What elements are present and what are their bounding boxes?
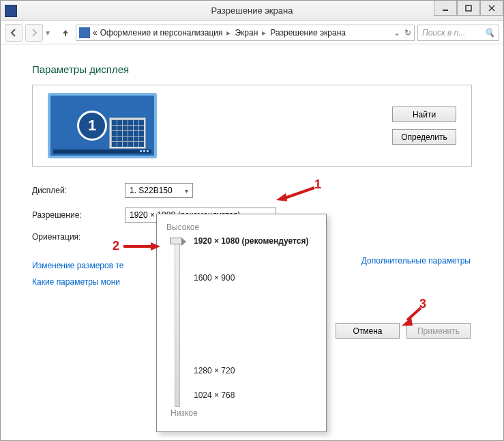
history-dropdown-button[interactable]: ▾	[46, 28, 55, 38]
address-bar[interactable]: « Оформление и персонализация ▸ Экран ▸ …	[76, 25, 415, 41]
detect-button[interactable]: Определить	[392, 129, 456, 145]
slider-track	[175, 240, 180, 407]
breadcrumb-item[interactable]: Оформление и персонализация	[100, 28, 223, 38]
window-title: Разрешение экрана	[1, 5, 503, 16]
search-placeholder: Поиск в п...	[422, 28, 465, 38]
chevron-right-icon: ▸	[261, 28, 267, 38]
chevron-right-icon: ▸	[225, 28, 232, 38]
svg-line-8	[407, 308, 421, 320]
dropdown-high-label: Высокое	[166, 223, 316, 232]
window-controls	[434, 1, 503, 16]
breadcrumb-item[interactable]: Экран	[235, 28, 258, 38]
search-input[interactable]: Поиск в п... 🔍	[417, 25, 499, 41]
advanced-params-link[interactable]: Дополнительные параметры	[361, 256, 471, 266]
folder-icon	[79, 27, 90, 38]
address-dropdown-icon[interactable]: ⌄	[394, 28, 400, 38]
monitor-app-icon	[109, 117, 146, 149]
slider-thumb[interactable]	[170, 238, 182, 244]
search-icon: 🔍	[484, 28, 494, 38]
up-button[interactable]	[58, 25, 73, 40]
orientation-label: Ориентация:	[32, 232, 125, 242]
svg-marker-7	[151, 242, 160, 251]
resolution-label: Разрешение:	[32, 210, 125, 220]
display-label: Дисплей:	[32, 186, 125, 195]
content-area: Параметры дисплея 1 Найти Определить Дис…	[1, 44, 503, 440]
annotation-arrow-2	[122, 241, 160, 252]
svg-rect-1	[466, 5, 471, 11]
monitor-preview[interactable]: 1	[48, 93, 157, 158]
annotation-number-1: 1	[314, 177, 321, 192]
close-button[interactable]	[480, 1, 503, 16]
breadcrumb-prefix: «	[93, 28, 98, 38]
resolution-dropdown-popup: Высокое 1920 × 1080 (рекомендуется) 1600…	[156, 214, 327, 432]
forward-button[interactable]	[25, 24, 43, 42]
svg-line-4	[283, 188, 314, 199]
dropdown-low-label: Низкое	[171, 408, 316, 418]
back-button[interactable]	[5, 24, 23, 42]
resize-text-link[interactable]: Изменение размеров те	[32, 261, 123, 270]
monitor-number: 1	[77, 111, 107, 141]
app-icon	[5, 5, 17, 17]
resolution-slider[interactable]: 1920 × 1080 (рекомендуется) 1600 × 900 1…	[171, 238, 316, 408]
display-select-value: 1. S22B150	[130, 186, 173, 195]
chevron-down-icon: ▾	[185, 187, 188, 195]
title-bar: Разрешение экрана	[1, 1, 503, 21]
display-preview-box: 1 Найти Определить	[32, 85, 472, 167]
minimize-button[interactable]	[434, 1, 457, 16]
resolution-option[interactable]: 1600 × 900	[194, 273, 235, 283]
cancel-button[interactable]: Отмена	[336, 323, 400, 339]
refresh-icon[interactable]: ↻	[404, 28, 411, 38]
svg-marker-5	[276, 193, 287, 201]
annotation-number-3: 3	[419, 297, 426, 311]
monitor-taskbar	[53, 150, 151, 154]
annotation-number-2: 2	[113, 239, 119, 253]
which-monitor-link[interactable]: Какие параметры мони	[32, 277, 120, 287]
resolution-option[interactable]: 1280 × 720	[194, 366, 235, 375]
resolution-option[interactable]: 1024 × 768	[194, 390, 235, 400]
page-heading: Параметры дисплея	[32, 63, 472, 75]
nav-bar: ▾ « Оформление и персонализация ▸ Экран …	[1, 21, 503, 44]
find-button[interactable]: Найти	[392, 106, 456, 122]
annotation-arrow-1	[276, 186, 316, 201]
breadcrumb-item[interactable]: Разрешение экрана	[270, 28, 346, 38]
maximize-button[interactable]	[457, 1, 480, 16]
resolution-option[interactable]: 1920 × 1080 (рекомендуется)	[194, 236, 308, 246]
display-select[interactable]: 1. S22B150 ▾	[125, 183, 193, 198]
